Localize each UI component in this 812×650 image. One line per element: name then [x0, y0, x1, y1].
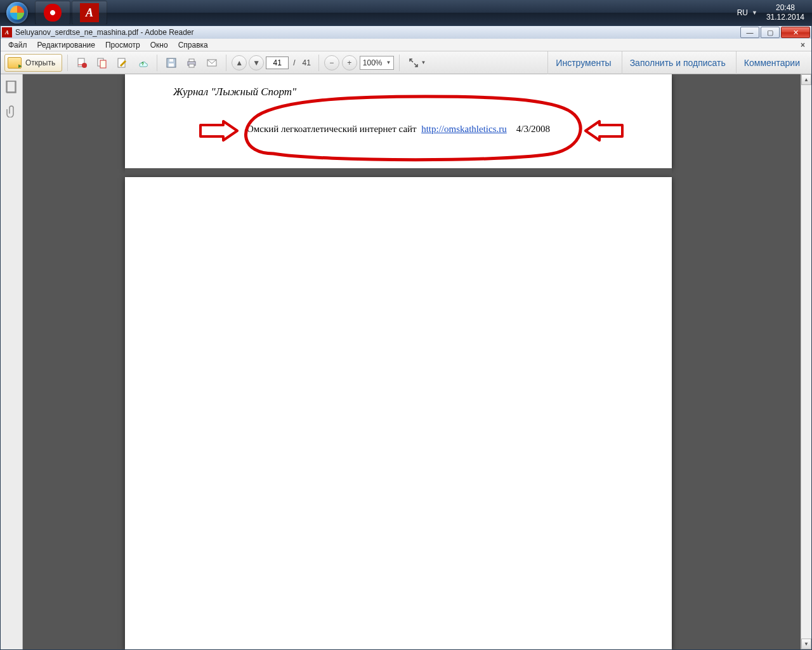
expand-icon — [408, 57, 419, 69]
chevron-down-icon: ▼ — [386, 60, 391, 65]
paperclip-icon — [6, 105, 17, 117]
svg-rect-9 — [189, 59, 194, 62]
plus-icon: + — [347, 58, 351, 67]
footer-line: Омский легкоатлетический интернет сайт h… — [169, 124, 627, 135]
fill-sign-panel-button[interactable]: Заполнить и подписать — [622, 51, 733, 74]
scroll-up-button[interactable]: ▲ — [801, 74, 811, 85]
window-titlebar[interactable]: A Seluyanov_serdtse_ne_mashina.pdf - Ado… — [1, 26, 811, 39]
email-button[interactable] — [203, 54, 221, 72]
close-button[interactable]: ✕ — [781, 27, 810, 38]
svg-rect-10 — [189, 64, 194, 67]
pdf-page-41-bottom: Журнал "Лыжный Спорт" Омский легкоатлети… — [125, 74, 672, 168]
separator — [318, 55, 319, 71]
maximize-button[interactable]: ▢ — [761, 27, 780, 38]
floppy-icon — [166, 57, 177, 69]
page-navigation: ▲ ▼ / 41 — [232, 55, 313, 70]
menu-view[interactable]: Просмотр — [100, 39, 145, 51]
svg-rect-12 — [7, 81, 16, 93]
clock-date: 31.12.2014 — [766, 13, 804, 22]
folder-open-icon — [8, 57, 22, 69]
windows-orb-icon — [6, 2, 28, 23]
page-number-input[interactable] — [266, 56, 289, 69]
menu-file[interactable]: Файл — [3, 39, 32, 51]
minus-icon: − — [329, 58, 334, 67]
chevron-down-icon: ▼ — [421, 60, 426, 65]
page-gap — [125, 168, 672, 177]
save-button[interactable] — [162, 54, 180, 72]
menu-bar: Файл Редактирование Просмотр Окно Справк… — [1, 39, 811, 51]
read-mode-button[interactable]: ▼ — [405, 54, 429, 72]
cloud-upload-icon — [137, 57, 148, 69]
start-button[interactable] — [0, 0, 34, 25]
export-pdf-button[interactable] — [73, 54, 91, 72]
taskbar-app-opera[interactable] — [35, 1, 70, 25]
printer-icon — [186, 57, 197, 69]
page-thumbnails-icon — [6, 81, 17, 93]
separator — [157, 55, 157, 71]
svg-rect-13 — [6, 81, 15, 92]
separator — [399, 55, 400, 71]
journal-title: Журнал "Лыжный Спорт" — [173, 86, 627, 98]
arrow-down-icon: ▼ — [252, 58, 260, 67]
zoom-out-button[interactable]: − — [324, 55, 339, 70]
vertical-scrollbar[interactable]: ▲ ▼ — [801, 74, 811, 649]
zoom-level-dropdown[interactable]: 100% ▼ — [360, 56, 395, 70]
scroll-down-button[interactable]: ▼ — [801, 639, 811, 649]
adobe-reader-icon: A — [80, 3, 99, 22]
separator — [67, 55, 68, 71]
adobe-reader-window: A Seluyanov_serdtse_ne_mashina.pdf - Ado… — [0, 25, 812, 650]
export-pdf-icon — [76, 57, 88, 69]
window-title: Seluyanov_serdtse_ne_mashina.pdf - Adobe… — [15, 28, 194, 37]
pdf-next-page-blank — [125, 177, 672, 649]
arrow-up-icon: ▲ — [235, 58, 243, 67]
footer-link[interactable]: http://omskathletics.ru — [421, 124, 507, 134]
menubar-close-icon[interactable]: × — [797, 41, 809, 50]
minimize-button[interactable]: — — [740, 27, 759, 38]
svg-rect-6 — [169, 63, 174, 67]
menu-edit[interactable]: Редактирование — [32, 39, 100, 51]
cloud-button[interactable] — [134, 54, 152, 72]
language-indicator[interactable]: RU ▼ — [737, 8, 757, 17]
open-label: Открыть — [25, 58, 55, 67]
page-total: 41 — [299, 58, 313, 67]
language-code: RU — [737, 8, 748, 17]
envelope-icon — [206, 57, 218, 69]
clock[interactable]: 20:48 31.12.2014 — [766, 3, 804, 22]
open-button[interactable]: Открыть — [4, 54, 62, 72]
workspace: Журнал "Лыжный Спорт" Омский легкоатлети… — [1, 74, 811, 649]
svg-rect-3 — [100, 60, 106, 68]
create-pdf-button[interactable] — [93, 54, 111, 72]
comments-panel-button[interactable]: Комментарии — [736, 51, 808, 74]
footer-text: Омский легкоатлетический интернет сайт — [247, 124, 417, 134]
next-page-button[interactable]: ▼ — [249, 55, 264, 70]
footer-date: 4/3/2008 — [516, 124, 550, 134]
attachments-tab[interactable] — [6, 105, 17, 117]
chevron-down-icon: ▼ — [752, 10, 757, 16]
print-button[interactable] — [183, 54, 200, 72]
windows-taskbar: A RU ▼ 20:48 31.12.2014 — [0, 0, 812, 25]
page-separator: / — [291, 58, 298, 67]
document-area[interactable]: Журнал "Лыжный Спорт" Омский легкоатлети… — [23, 74, 801, 649]
clock-time: 20:48 — [766, 3, 804, 13]
edit-pdf-button[interactable] — [114, 54, 131, 72]
adobe-reader-icon: A — [2, 27, 12, 37]
pencil-page-icon — [117, 57, 128, 69]
separator — [226, 55, 226, 71]
zoom-in-button[interactable]: + — [342, 55, 357, 70]
opera-icon — [44, 4, 62, 22]
zoom-value: 100% — [363, 58, 383, 67]
menu-window[interactable]: Окно — [145, 39, 173, 51]
prev-page-button[interactable]: ▲ — [232, 55, 247, 70]
toolbar: Открыть ▲ ▼ / 41 − + 100% ▼ ▼ Инструмент… — [1, 51, 811, 74]
left-sidebar — [1, 74, 23, 649]
scroll-track[interactable] — [801, 85, 811, 639]
svg-rect-7 — [169, 59, 173, 62]
thumbnails-tab[interactable] — [6, 81, 17, 93]
tools-panel-button[interactable]: Инструменты — [547, 51, 619, 74]
menu-help[interactable]: Справка — [173, 39, 213, 51]
create-pdf-icon — [96, 57, 108, 69]
system-tray: RU ▼ 20:48 31.12.2014 — [730, 3, 812, 22]
taskbar-app-adobe-reader[interactable]: A — [72, 1, 107, 25]
svg-point-1 — [82, 63, 87, 68]
